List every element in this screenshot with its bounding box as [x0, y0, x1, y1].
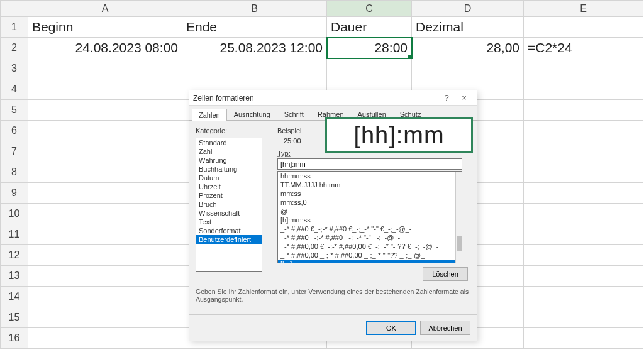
cell-E3[interactable] [524, 58, 643, 79]
col-header-A[interactable]: A [28, 1, 182, 17]
format-item[interactable]: mm:ss [278, 189, 455, 198]
category-item[interactable]: Prozent [196, 191, 262, 200]
row-header-6[interactable]: 6 [1, 121, 28, 141]
cell-A8[interactable] [28, 162, 182, 183]
category-item[interactable]: Text [196, 217, 262, 226]
col-header-E[interactable]: E [524, 1, 643, 17]
cell-A14[interactable] [28, 287, 182, 307]
format-item[interactable]: _-* #,##0,00 €_-;-* #,##0,00 €_-;_-* "-"… [278, 242, 455, 251]
cell-B1[interactable]: Ende [182, 17, 327, 38]
cell-D2[interactable]: 28,00 [412, 38, 524, 58]
category-item[interactable]: Standard [196, 138, 262, 147]
format-item[interactable]: _-* #,##0 _-;-* #,##0 _-;_-* "-" _-;_-@_… [278, 233, 455, 242]
cell-E14[interactable] [524, 287, 643, 307]
row-header-15[interactable]: 15 [1, 307, 28, 328]
cell-A10[interactable] [28, 204, 182, 224]
row-header-5[interactable]: 5 [1, 100, 28, 121]
row-header-3[interactable]: 3 [1, 58, 28, 79]
format-listbox[interactable]: hh:mm:ssTT.MM.JJJJ hh:mmmm:ssmm:ss,0@[h]… [277, 171, 462, 263]
cell-E8[interactable] [524, 162, 643, 183]
scrollbar[interactable] [455, 172, 462, 263]
category-item[interactable]: Sonderformat [196, 226, 262, 235]
col-header-D[interactable]: D [412, 1, 524, 17]
cancel-button[interactable]: Abbrechen [420, 321, 470, 335]
category-item[interactable]: Uhrzeit [196, 182, 262, 191]
category-item[interactable]: Datum [196, 173, 262, 182]
cell-E2[interactable]: =C2*24 [524, 38, 643, 58]
type-input[interactable] [277, 158, 462, 170]
cell-D1[interactable]: Dezimal [412, 17, 524, 38]
cell-E9[interactable] [524, 183, 643, 204]
cell-A12[interactable] [28, 245, 182, 266]
cell-A1[interactable]: Beginn [28, 17, 182, 38]
cell-A3[interactable] [28, 58, 182, 79]
cell-E15[interactable] [524, 307, 643, 328]
row-header-13[interactable]: 13 [1, 266, 28, 287]
cell-A4[interactable] [28, 79, 182, 100]
tab-zahlen[interactable]: Zahlen [192, 109, 227, 121]
category-item[interactable]: Zahl [196, 147, 262, 156]
cell-A7[interactable] [28, 141, 182, 162]
format-item[interactable]: TT.MM.JJJJ hh:mm [278, 180, 455, 189]
cell-C3[interactable] [327, 58, 412, 79]
col-header-B[interactable]: B [182, 1, 327, 17]
row-header-4[interactable]: 4 [1, 79, 28, 100]
cell-D3[interactable] [412, 58, 524, 79]
tab-schrift[interactable]: Schrift [277, 108, 311, 120]
category-item[interactable]: Buchhaltung [196, 165, 262, 173]
cell-E7[interactable] [524, 141, 643, 162]
cell-A16[interactable] [28, 328, 182, 349]
help-icon[interactable]: ? [438, 93, 455, 102]
format-item[interactable]: [hh]:mm [278, 260, 455, 263]
format-item[interactable]: mm:ss,0 [278, 198, 455, 207]
format-item[interactable]: _-* #,##0 €_-;-* #,##0 €_-;_-* "-" €_-;_… [278, 224, 455, 233]
cell-E10[interactable] [524, 204, 643, 224]
category-item[interactable]: Währung [196, 156, 262, 165]
cell-A5[interactable] [28, 100, 182, 121]
cell-E1[interactable] [524, 17, 643, 38]
format-item[interactable]: @ [278, 207, 455, 216]
row-header-2[interactable]: 2 [1, 38, 28, 58]
cell-A15[interactable] [28, 307, 182, 328]
cell-A9[interactable] [28, 183, 182, 204]
corner-cell[interactable] [1, 1, 28, 17]
row-header-16[interactable]: 16 [1, 328, 28, 349]
category-item[interactable]: Bruch [196, 200, 262, 209]
row-header-9[interactable]: 9 [1, 183, 28, 204]
delete-button[interactable]: Löschen [423, 267, 468, 281]
cell-A11[interactable] [28, 224, 182, 245]
dialog-titlebar[interactable]: Zellen formatieren ? × [189, 90, 477, 106]
category-item[interactable]: Wissenschaft [196, 209, 262, 217]
row-header-11[interactable]: 11 [1, 224, 28, 245]
cell-B3[interactable] [182, 58, 327, 79]
cell-E16[interactable] [524, 328, 643, 349]
format-item[interactable]: _-* #,##0,00 _-;-* #,##0,00 _-;_-* "-"??… [278, 251, 455, 260]
row-header-8[interactable]: 8 [1, 162, 28, 183]
cell-E4[interactable] [524, 79, 643, 100]
cell-B2[interactable]: 25.08.2023 12:00 [182, 38, 327, 58]
ok-button[interactable]: OK [366, 321, 416, 335]
format-item[interactable]: [h]:mm:ss [278, 216, 455, 224]
col-header-C[interactable]: C [327, 1, 412, 17]
cell-A6[interactable] [28, 121, 182, 141]
row-header-7[interactable]: 7 [1, 141, 28, 162]
cell-E11[interactable] [524, 224, 643, 245]
cell-C1[interactable]: Dauer [327, 17, 412, 38]
category-listbox[interactable]: StandardZahlWährungBuchhaltungDatumUhrze… [196, 138, 262, 272]
cell-A2[interactable]: 24.08.2023 08:00 [28, 38, 182, 58]
close-icon[interactable]: × [455, 93, 473, 102]
row-header-14[interactable]: 14 [1, 287, 28, 307]
cell-E13[interactable] [524, 266, 643, 287]
cell-C2[interactable]: 28:00 [327, 38, 412, 58]
format-callout: [hh]:mm [325, 117, 473, 153]
category-item[interactable]: Benutzerdefiniert [196, 235, 262, 244]
cell-E6[interactable] [524, 121, 643, 141]
row-header-1[interactable]: 1 [1, 17, 28, 38]
row-header-10[interactable]: 10 [1, 204, 28, 224]
cell-E5[interactable] [524, 100, 643, 121]
cell-E12[interactable] [524, 245, 643, 266]
row-header-12[interactable]: 12 [1, 245, 28, 266]
format-item[interactable]: hh:mm:ss [278, 172, 455, 180]
tab-ausrichtung[interactable]: Ausrichtung [227, 108, 277, 120]
cell-A13[interactable] [28, 266, 182, 287]
